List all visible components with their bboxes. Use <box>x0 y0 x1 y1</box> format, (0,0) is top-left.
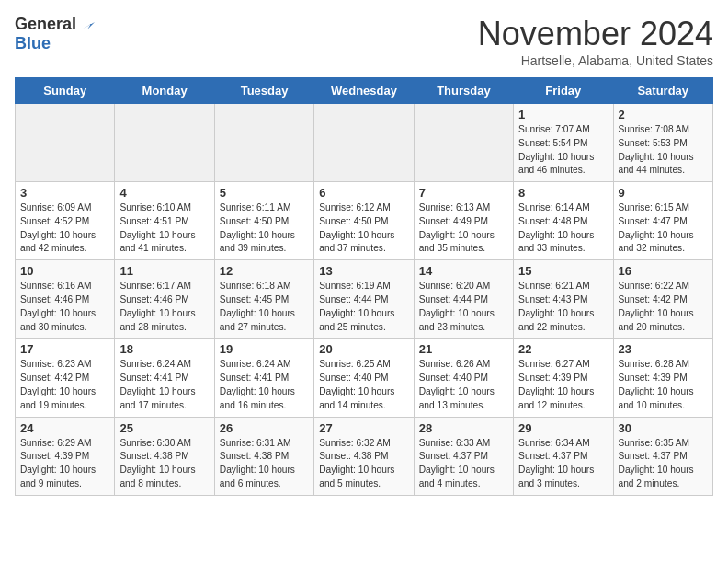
calendar-week-4: 17Sunrise: 6:23 AM Sunset: 4:42 PM Dayli… <box>16 339 713 417</box>
day-info: Sunrise: 6:18 AM Sunset: 4:45 PM Dayligh… <box>220 280 309 334</box>
title-block: November 2024 Hartselle, Alabama, United… <box>478 15 713 68</box>
day-info: Sunrise: 6:26 AM Sunset: 4:40 PM Dayligh… <box>419 358 508 412</box>
calendar-cell: 19Sunrise: 6:24 AM Sunset: 4:41 PM Dayli… <box>214 339 313 417</box>
calendar-cell: 16Sunrise: 6:22 AM Sunset: 4:42 PM Dayli… <box>613 260 712 339</box>
day-info: Sunrise: 6:24 AM Sunset: 4:41 PM Dayligh… <box>220 358 309 412</box>
day-number: 17 <box>20 342 109 356</box>
day-number: 3 <box>20 186 109 200</box>
day-info: Sunrise: 6:34 AM Sunset: 4:37 PM Dayligh… <box>518 437 608 491</box>
day-header-friday: Friday <box>514 78 613 104</box>
day-number: 14 <box>419 264 508 278</box>
day-info: Sunrise: 6:16 AM Sunset: 4:46 PM Dayligh… <box>20 280 109 334</box>
calendar-cell: 1Sunrise: 7:07 AM Sunset: 5:54 PM Daylig… <box>514 104 613 182</box>
day-info: Sunrise: 6:22 AM Sunset: 4:42 PM Dayligh… <box>619 280 708 334</box>
calendar-week-3: 10Sunrise: 6:16 AM Sunset: 4:46 PM Dayli… <box>16 260 713 339</box>
day-info: Sunrise: 6:15 AM Sunset: 4:47 PM Dayligh… <box>619 201 708 256</box>
calendar-cell: 9Sunrise: 6:15 AM Sunset: 4:47 PM Daylig… <box>613 182 712 260</box>
day-header-thursday: Thursday <box>414 78 513 104</box>
calendar-cell: 15Sunrise: 6:21 AM Sunset: 4:43 PM Dayli… <box>514 260 613 339</box>
day-header-sunday: Sunday <box>16 78 115 104</box>
calendar-cell: 2Sunrise: 7:08 AM Sunset: 5:53 PM Daylig… <box>613 104 712 182</box>
calendar-cell <box>414 104 513 182</box>
day-info: Sunrise: 6:21 AM Sunset: 4:43 PM Dayligh… <box>518 280 608 334</box>
calendar-cell: 27Sunrise: 6:32 AM Sunset: 4:38 PM Dayli… <box>314 417 414 495</box>
calendar-cell: 18Sunrise: 6:24 AM Sunset: 4:41 PM Dayli… <box>115 339 214 417</box>
calendar-cell: 13Sunrise: 6:19 AM Sunset: 4:44 PM Dayli… <box>314 260 414 339</box>
day-info: Sunrise: 6:24 AM Sunset: 4:41 PM Dayligh… <box>119 358 209 412</box>
svg-marker-0 <box>82 22 95 29</box>
day-number: 28 <box>419 421 508 435</box>
day-header-wednesday: Wednesday <box>314 78 414 104</box>
day-number: 6 <box>319 186 408 200</box>
calendar-cell <box>314 104 414 182</box>
calendar-cell <box>16 104 115 182</box>
calendar-table: SundayMondayTuesdayWednesdayThursdayFrid… <box>15 77 713 496</box>
location-subtitle: Hartselle, Alabama, United States <box>478 53 713 68</box>
calendar-body: 1Sunrise: 7:07 AM Sunset: 5:54 PM Daylig… <box>16 104 713 496</box>
day-info: Sunrise: 6:23 AM Sunset: 4:42 PM Dayligh… <box>20 358 109 412</box>
day-number: 22 <box>518 342 608 356</box>
calendar-cell: 25Sunrise: 6:30 AM Sunset: 4:38 PM Dayli… <box>115 417 214 495</box>
calendar-week-5: 24Sunrise: 6:29 AM Sunset: 4:39 PM Dayli… <box>16 417 713 495</box>
month-title: November 2024 <box>478 15 713 53</box>
calendar-cell: 23Sunrise: 6:28 AM Sunset: 4:39 PM Dayli… <box>613 339 712 417</box>
day-number: 21 <box>419 342 508 356</box>
calendar-cell: 3Sunrise: 6:09 AM Sunset: 4:52 PM Daylig… <box>16 182 115 260</box>
day-info: Sunrise: 6:10 AM Sunset: 4:51 PM Dayligh… <box>119 201 209 256</box>
day-number: 2 <box>619 108 708 121</box>
day-number: 13 <box>319 264 408 278</box>
calendar-cell: 28Sunrise: 6:33 AM Sunset: 4:37 PM Dayli… <box>414 417 513 495</box>
calendar-week-2: 3Sunrise: 6:09 AM Sunset: 4:52 PM Daylig… <box>16 182 713 260</box>
calendar-week-1: 1Sunrise: 7:07 AM Sunset: 5:54 PM Daylig… <box>16 104 713 182</box>
day-info: Sunrise: 6:13 AM Sunset: 4:49 PM Dayligh… <box>419 201 508 256</box>
day-info: Sunrise: 6:19 AM Sunset: 4:44 PM Dayligh… <box>319 280 408 334</box>
day-header-saturday: Saturday <box>613 78 712 104</box>
calendar-cell: 20Sunrise: 6:25 AM Sunset: 4:40 PM Dayli… <box>314 339 414 417</box>
day-number: 12 <box>220 264 309 278</box>
day-number: 4 <box>119 186 209 200</box>
day-number: 11 <box>119 264 209 278</box>
day-info: Sunrise: 6:30 AM Sunset: 4:38 PM Dayligh… <box>119 437 209 491</box>
day-info: Sunrise: 6:32 AM Sunset: 4:38 PM Dayligh… <box>319 437 408 491</box>
day-number: 26 <box>220 421 309 435</box>
day-info: Sunrise: 6:09 AM Sunset: 4:52 PM Dayligh… <box>20 201 109 256</box>
day-info: Sunrise: 6:31 AM Sunset: 4:38 PM Dayligh… <box>220 437 309 491</box>
day-info: Sunrise: 6:14 AM Sunset: 4:48 PM Dayligh… <box>518 201 608 256</box>
day-info: Sunrise: 6:33 AM Sunset: 4:37 PM Dayligh… <box>419 437 508 491</box>
day-info: Sunrise: 6:12 AM Sunset: 4:50 PM Dayligh… <box>319 201 408 256</box>
calendar-header-row: SundayMondayTuesdayWednesdayThursdayFrid… <box>16 78 713 104</box>
day-header-monday: Monday <box>115 78 214 104</box>
day-number: 30 <box>619 421 708 435</box>
calendar-cell: 30Sunrise: 6:35 AM Sunset: 4:37 PM Dayli… <box>613 417 712 495</box>
day-number: 1 <box>518 108 608 121</box>
day-number: 5 <box>220 186 309 200</box>
logo-text-general: General <box>15 15 76 34</box>
day-info: Sunrise: 6:35 AM Sunset: 4:37 PM Dayligh… <box>619 437 708 491</box>
day-number: 18 <box>119 342 209 356</box>
day-info: Sunrise: 7:07 AM Sunset: 5:54 PM Dayligh… <box>518 123 608 178</box>
day-number: 24 <box>20 421 109 435</box>
calendar-cell: 26Sunrise: 6:31 AM Sunset: 4:38 PM Dayli… <box>214 417 313 495</box>
calendar-cell: 7Sunrise: 6:13 AM Sunset: 4:49 PM Daylig… <box>414 182 513 260</box>
calendar-cell: 24Sunrise: 6:29 AM Sunset: 4:39 PM Dayli… <box>16 417 115 495</box>
calendar-cell: 14Sunrise: 6:20 AM Sunset: 4:44 PM Dayli… <box>414 260 513 339</box>
day-number: 7 <box>419 186 508 200</box>
calendar-cell: 6Sunrise: 6:12 AM Sunset: 4:50 PM Daylig… <box>314 182 414 260</box>
day-number: 16 <box>619 264 708 278</box>
calendar-cell: 8Sunrise: 6:14 AM Sunset: 4:48 PM Daylig… <box>514 182 613 260</box>
day-number: 23 <box>619 342 708 356</box>
day-info: Sunrise: 6:29 AM Sunset: 4:39 PM Dayligh… <box>20 437 109 491</box>
day-number: 10 <box>20 264 109 278</box>
calendar-cell: 5Sunrise: 6:11 AM Sunset: 4:50 PM Daylig… <box>214 182 313 260</box>
calendar-cell: 11Sunrise: 6:17 AM Sunset: 4:46 PM Dayli… <box>115 260 214 339</box>
day-info: Sunrise: 6:11 AM Sunset: 4:50 PM Dayligh… <box>220 201 309 256</box>
day-number: 8 <box>518 186 608 200</box>
calendar-cell: 10Sunrise: 6:16 AM Sunset: 4:46 PM Dayli… <box>16 260 115 339</box>
calendar-cell: 29Sunrise: 6:34 AM Sunset: 4:37 PM Dayli… <box>514 417 613 495</box>
day-number: 19 <box>220 342 309 356</box>
day-info: Sunrise: 6:20 AM Sunset: 4:44 PM Dayligh… <box>419 280 508 334</box>
day-number: 27 <box>319 421 408 435</box>
day-number: 9 <box>619 186 708 200</box>
day-number: 25 <box>119 421 209 435</box>
day-header-tuesday: Tuesday <box>214 78 313 104</box>
